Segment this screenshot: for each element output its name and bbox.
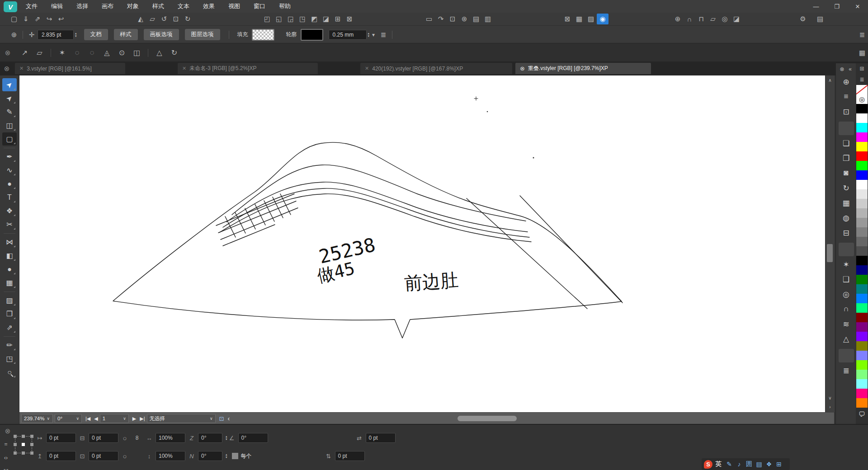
repeat-icon[interactable]: ↻ xyxy=(839,181,854,195)
close-options-icon[interactable]: ⊗ xyxy=(2,47,14,58)
swatch[interactable] xyxy=(856,151,868,161)
swatch[interactable] xyxy=(856,123,868,132)
outline-width-dropdown-icon[interactable]: ▾ xyxy=(369,29,377,40)
ime-language-toggle[interactable]: 英 xyxy=(715,460,722,468)
ime-keyboard-icon[interactable]: ▤ xyxy=(754,459,764,469)
rotate-right-icon[interactable]: ↻ xyxy=(182,14,193,24)
panel-eq-icon[interactable]: = xyxy=(4,441,7,447)
height-field[interactable]: 0 pt xyxy=(89,451,118,461)
clipboard-icon[interactable]: ❐ xyxy=(839,151,854,165)
menu-object[interactable]: 对象 xyxy=(120,0,146,13)
swatch[interactable] xyxy=(856,256,868,265)
panel-collapse-icon[interactable]: « xyxy=(846,64,854,75)
bounding-box-icon[interactable]: ▭ xyxy=(423,14,435,24)
menu-help[interactable]: 帮助 xyxy=(272,0,297,13)
swatch[interactable] xyxy=(856,132,868,142)
swatch[interactable] xyxy=(856,170,868,180)
menu-text[interactable]: 文本 xyxy=(171,0,196,13)
overlap-fill-icon[interactable]: ◉ xyxy=(597,14,609,24)
copy-style-icon[interactable]: ❏ xyxy=(839,136,854,150)
each-swatch[interactable] xyxy=(232,453,238,459)
horizontal-scroll-thumb[interactable] xyxy=(458,416,517,421)
intersect-icon[interactable]: ◲ xyxy=(285,14,297,24)
new-doc-icon[interactable]: ▢ xyxy=(8,14,20,24)
style-button[interactable]: 样式 xyxy=(114,29,138,40)
scissors-tool[interactable]: ✂ xyxy=(2,218,17,231)
menu-window[interactable]: 窗口 xyxy=(247,0,272,13)
next-page-icon[interactable]: ▶ xyxy=(132,416,136,422)
swatch-list-view-icon[interactable]: ≣ xyxy=(858,74,866,85)
swatch[interactable] xyxy=(856,389,868,398)
menu-edit[interactable]: 编辑 xyxy=(44,0,70,13)
ime-handwriting-icon[interactable]: 囲 xyxy=(744,459,754,469)
tab-close-icon[interactable]: ⊗ xyxy=(520,65,525,72)
fill-swatch[interactable] xyxy=(252,29,274,41)
direct-select-tool[interactable]: ➤ xyxy=(2,92,17,105)
hatch-fill-icon[interactable]: ▨ xyxy=(585,14,597,24)
swatch[interactable] xyxy=(856,370,868,379)
scale-area-icon[interactable]: ⊡ xyxy=(447,14,458,24)
first-page-icon[interactable]: |◀ xyxy=(85,416,90,422)
outline-width-field[interactable]: 0.25 mm xyxy=(329,30,367,40)
blob-tool[interactable]: ● xyxy=(2,263,17,276)
revert-icon[interactable]: ↩ xyxy=(55,14,67,24)
shear-y-stepper[interactable]: ▴▾ xyxy=(226,453,227,459)
record-icon[interactable]: ◙ xyxy=(839,166,854,180)
close-button[interactable]: ✕ xyxy=(847,0,868,13)
rotate-circle-icon[interactable]: ⊛ xyxy=(458,14,470,24)
minimize-button[interactable]: — xyxy=(806,0,826,13)
shape-cursor-tool[interactable]: ❖ xyxy=(2,204,17,217)
symbol-copies-tool[interactable]: ❐ xyxy=(2,307,17,320)
lasso-icon[interactable]: ◌ xyxy=(70,47,85,58)
anchor-point-widget[interactable] xyxy=(15,436,32,453)
vertical-scroll-thumb[interactable] xyxy=(827,244,833,262)
tab-untitled-3[interactable]: ✕ 未命名-3 [RGB] [@5.2%]XP xyxy=(178,63,318,74)
snap-selection-icon[interactable]: ⊓ xyxy=(695,14,707,24)
gradient-tool[interactable]: ▨ xyxy=(2,294,17,307)
menu-view[interactable]: 视图 xyxy=(222,0,247,13)
selection-status-select[interactable]: 无选择∨ xyxy=(147,414,216,423)
menu-file[interactable]: 文件 xyxy=(19,0,44,13)
swatch[interactable] xyxy=(856,284,868,294)
concentric-icon[interactable]: ◎ xyxy=(719,14,731,24)
rotation-select[interactable]: 0°∨ xyxy=(55,414,82,423)
swatch-grid-view-icon[interactable]: ⊞ xyxy=(858,63,866,74)
swatch[interactable] xyxy=(856,322,868,332)
ime-voice-icon[interactable]: ♪ xyxy=(734,459,744,469)
swatch[interactable] xyxy=(856,104,868,113)
save-view-icon[interactable]: ⊡ xyxy=(219,415,224,422)
hatch-tool[interactable]: ⇗ xyxy=(2,321,17,334)
swatch[interactable] xyxy=(856,303,868,313)
swatch[interactable] xyxy=(856,218,868,227)
scale-x-field[interactable]: 100% xyxy=(156,433,185,443)
swatch[interactable] xyxy=(856,360,868,370)
minus-front-icon[interactable]: ◱ xyxy=(273,14,285,24)
swatch[interactable] xyxy=(856,265,868,275)
shape-edit-icon[interactable]: ◪ xyxy=(731,14,742,24)
scroll-down-icon[interactable]: ∨ xyxy=(826,394,835,401)
prev-page-icon[interactable]: ◀ xyxy=(94,416,98,422)
shape-group-icon[interactable]: △ xyxy=(152,47,167,58)
props-list-icon[interactable]: ≣ xyxy=(856,29,868,40)
width-field[interactable]: 0 pt xyxy=(89,433,118,443)
swatch[interactable] xyxy=(856,275,868,284)
ime-toolbox-icon[interactable]: ⊞ xyxy=(774,459,784,469)
last-page-icon[interactable]: ▶| xyxy=(140,416,145,422)
vertical-scrollbar[interactable]: ∧ ∨ › xyxy=(825,75,835,412)
tab-3-vstyler[interactable]: ✕ 3.vstyler [RGB] [@161.5%] xyxy=(15,63,125,74)
scroll-right-corner-icon[interactable]: › xyxy=(826,403,835,410)
direct-lasso-icon[interactable]: ◌ xyxy=(85,47,99,58)
artboard-gear-icon[interactable]: ⊕ xyxy=(8,29,20,40)
link-dimensions-icon[interactable]: 8 xyxy=(129,435,145,441)
swatch[interactable] xyxy=(856,113,868,123)
stack-top-icon[interactable]: ▤ xyxy=(470,14,482,24)
swatch[interactable] xyxy=(856,237,868,246)
wand-icon[interactable]: ✶ xyxy=(839,258,854,271)
swatch[interactable] xyxy=(856,189,868,199)
import-icon[interactable]: ⇓ xyxy=(20,14,32,24)
shear-icon[interactable]: ▱ xyxy=(146,14,158,24)
no-fill-icon[interactable]: ⊠ xyxy=(561,14,573,24)
bezier-arc-icon[interactable]: ∩ xyxy=(839,302,854,316)
artboard-tool[interactable]: ◫ xyxy=(2,119,17,132)
tab-close-icon[interactable]: ✕ xyxy=(19,66,24,71)
